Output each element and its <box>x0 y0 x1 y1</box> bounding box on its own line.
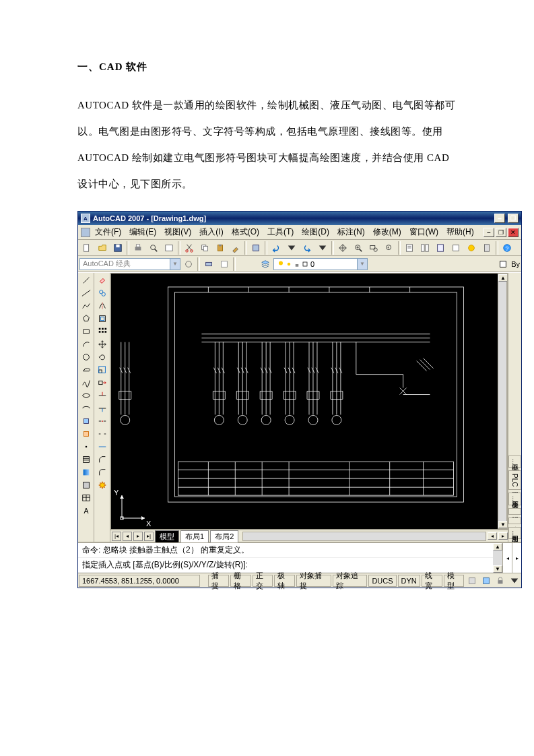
scroll-down-button[interactable]: ▼ <box>498 521 508 528</box>
region-button[interactable] <box>79 479 93 491</box>
redo-button[interactable] <box>300 241 314 255</box>
cmd-resize-right[interactable]: ▸ <box>512 543 521 573</box>
status-dyn[interactable]: DYN <box>398 575 420 587</box>
palette-tab-1[interactable]: 插接 <box>508 517 521 524</box>
help-button[interactable]: ? <box>500 241 514 255</box>
menu-view[interactable]: 视图(V) <box>161 225 195 239</box>
print-button[interactable] <box>131 241 145 255</box>
tab-layout1[interactable]: 布局1 <box>180 530 209 542</box>
scroll-up-button[interactable]: ▲ <box>498 274 508 282</box>
tab-model[interactable]: 模型 <box>155 530 179 542</box>
cmd-scroll-up[interactable]: ▲ <box>493 543 502 550</box>
scroll-right-button[interactable]: ▸ <box>498 532 508 540</box>
mdi-close-button[interactable]: ✕ <box>508 228 519 237</box>
palette-tab-5[interactable]: 电器... <box>508 455 521 468</box>
revision-cloud-button[interactable] <box>79 364 93 376</box>
mtext-button[interactable]: A <box>79 505 93 517</box>
menu-edit[interactable]: 编辑(E) <box>126 225 160 239</box>
design-center-button[interactable] <box>418 241 432 255</box>
break-at-point-button[interactable] <box>96 415 109 427</box>
doc-minimize-button[interactable]: ‒ <box>494 214 505 223</box>
menu-format[interactable]: 格式(O) <box>228 225 263 239</box>
copy-button[interactable] <box>197 241 212 255</box>
match-properties-button[interactable] <box>228 241 243 255</box>
command-window[interactable]: 命令: 忽略块 接触器主触点（2） 的重复定义。 指定插入点或 [基点(B)/比… <box>78 542 521 573</box>
command-scrollbar[interactable]: ▲ ▼ <box>493 543 502 573</box>
line-button[interactable] <box>79 274 93 286</box>
doc-restore-button[interactable]: ❐ <box>508 214 519 223</box>
menu-dimension[interactable]: 标注(N) <box>334 225 368 239</box>
menu-window[interactable]: 窗口(W) <box>406 225 442 239</box>
canvas-scrollbar-vertical[interactable]: ▲ ▼ <box>498 274 507 529</box>
menu-tools[interactable]: 工具(T) <box>264 225 297 239</box>
palette-tab-0[interactable]: 常用图... <box>508 527 521 539</box>
offset-button[interactable] <box>96 313 109 325</box>
menu-draw[interactable]: 绘图(D) <box>298 225 333 239</box>
copy-object-button[interactable] <box>96 287 109 299</box>
spline-button[interactable] <box>79 377 93 389</box>
status-otrack[interactable]: 对象追踪 <box>333 575 368 587</box>
undo-dropdown[interactable] <box>284 241 299 255</box>
cmd-scroll-down[interactable]: ▼ <box>493 565 502 573</box>
explode-button[interactable] <box>96 479 109 491</box>
status-tray-icon-2[interactable] <box>479 574 493 588</box>
markup-button[interactable] <box>464 241 479 255</box>
status-tray-icon-3[interactable] <box>493 574 507 588</box>
trim-button[interactable] <box>96 389 109 402</box>
menu-insert[interactable]: 插入(I) <box>196 225 226 239</box>
sheet-set-button[interactable] <box>448 241 463 255</box>
ellipse-button[interactable] <box>79 389 93 402</box>
publish-button[interactable] <box>162 241 176 255</box>
toolbar-icon-2[interactable] <box>217 257 232 271</box>
scale-button[interactable] <box>96 364 109 376</box>
doc-icon[interactable] <box>81 228 90 237</box>
status-coordinates[interactable]: 1667.4553, 851.1255, 0.0000 <box>79 575 200 587</box>
plot-preview-button[interactable] <box>146 241 161 255</box>
layer-manager-button[interactable] <box>258 257 273 271</box>
arc-button[interactable] <box>79 338 93 350</box>
mdi-restore-button[interactable]: ❐ <box>496 228 506 237</box>
workspace-dropdown[interactable]: AutoCAD 经典 ▼ <box>79 258 180 270</box>
insert-block-button[interactable] <box>79 415 93 427</box>
tab-last-button[interactable]: ▸| <box>144 532 154 541</box>
rectangle-button[interactable] <box>79 325 93 338</box>
break-button[interactable] <box>96 428 109 440</box>
polyline-button[interactable] <box>79 300 93 312</box>
layer-dropdown[interactable]: 0 ▼ <box>273 258 368 270</box>
mdi-minimize-button[interactable]: ‒ <box>483 228 494 237</box>
status-ducs[interactable]: DUCS <box>368 575 396 587</box>
gradient-button[interactable] <box>79 466 93 478</box>
extend-button[interactable] <box>96 402 109 414</box>
menu-modify[interactable]: 修改(M) <box>370 225 405 239</box>
toolbar-icon[interactable] <box>201 257 216 271</box>
polygon-button[interactable] <box>79 313 93 325</box>
make-block-button[interactable] <box>79 428 93 440</box>
palette-tab-2[interactable]: 材料明细 <box>508 508 521 515</box>
hatch-button[interactable] <box>79 453 93 466</box>
paste-button[interactable] <box>213 241 228 255</box>
undo-button[interactable] <box>269 241 283 255</box>
zoom-realtime-button[interactable] <box>351 241 366 255</box>
tab-prev-button[interactable]: ◂ <box>123 532 132 541</box>
redo-dropdown[interactable] <box>315 241 330 255</box>
cmd-resize-left[interactable]: ◂ <box>502 543 512 573</box>
status-osnap[interactable]: 对象捕捉 <box>296 575 331 587</box>
palette-tab-3[interactable]: 变压器... <box>508 493 521 505</box>
save-button[interactable] <box>110 241 125 255</box>
zoom-previous-button[interactable] <box>382 241 397 255</box>
erase-button[interactable] <box>96 274 109 286</box>
color-control[interactable] <box>496 257 510 271</box>
tab-layout2[interactable]: 布局2 <box>210 530 238 542</box>
zoom-window-button[interactable] <box>366 241 381 255</box>
cut-button[interactable] <box>182 241 197 255</box>
menu-file[interactable]: 文件(F) <box>92 225 125 239</box>
ellipse-arc-button[interactable] <box>79 402 93 414</box>
properties-button[interactable] <box>402 241 417 255</box>
drawing-canvas[interactable]: Y X ▲ ▼ <box>110 273 508 530</box>
join-button[interactable] <box>96 441 109 453</box>
table-button[interactable] <box>79 492 93 504</box>
tab-next-button[interactable]: ▸ <box>133 532 143 541</box>
xline-button[interactable] <box>79 287 93 299</box>
new-button[interactable] <box>79 241 94 255</box>
status-snap[interactable]: 捕捉 <box>208 575 229 587</box>
